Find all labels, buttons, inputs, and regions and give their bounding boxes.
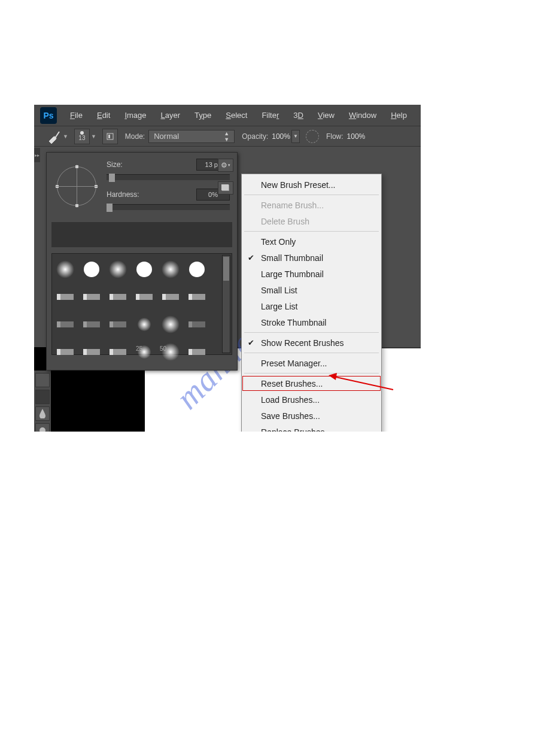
- app-logo: Ps: [40, 107, 57, 124]
- menu-replace-brushes[interactable]: Replace Brushes...: [242, 424, 381, 432]
- menu-separator: [244, 231, 379, 232]
- menu-preset-manager[interactable]: Preset Manager...: [242, 355, 381, 371]
- menu-stroke-thumbnail[interactable]: Stroke Thumbnail: [242, 314, 381, 330]
- brush-swatch[interactable]: [82, 260, 101, 279]
- menu-bar: Ps File Edit Image Layer Type Select Fil…: [34, 105, 421, 126]
- menu-image[interactable]: Image: [117, 111, 153, 120]
- menu-rename-brush: Rename Brush...: [242, 197, 381, 213]
- brush-preset-picker[interactable]: 13: [74, 129, 90, 144]
- tool-slot-1[interactable]: [35, 373, 50, 387]
- brush-swatch[interactable]: [82, 315, 101, 334]
- menu-file[interactable]: File: [63, 111, 90, 120]
- menu-show-recent-brushes[interactable]: ✔Show Recent Brushes: [242, 335, 381, 351]
- menu-separator: [244, 332, 379, 333]
- menu-small-list[interactable]: Small List: [242, 282, 381, 298]
- brush-swatch[interactable]: [82, 287, 101, 306]
- menu-new-brush-preset[interactable]: New Brush Preset...: [242, 177, 381, 193]
- size-label: Size:: [107, 160, 196, 169]
- menu-3d[interactable]: 3D: [286, 111, 311, 120]
- recent-brushes-strip[interactable]: [51, 222, 232, 247]
- tool-side-strip: [34, 371, 51, 432]
- brush-flyout-menu: New Brush Preset... Rename Brush... Dele…: [241, 174, 382, 432]
- hardness-slider[interactable]: [107, 204, 230, 210]
- check-icon: ✔: [248, 338, 254, 347]
- brush-preset-grid: 25 50: [51, 253, 232, 355]
- brush-swatch[interactable]: [108, 342, 127, 362]
- menu-save-brushes[interactable]: Save Brushes...: [242, 408, 381, 424]
- swatch-caption-50: 50: [160, 345, 166, 352]
- size-slider[interactable]: [107, 174, 230, 180]
- brush-swatch[interactable]: [56, 287, 75, 306]
- tool-slot-4[interactable]: [35, 423, 50, 432]
- menu-layer[interactable]: Layer: [154, 111, 188, 120]
- brush-size-num: 13: [78, 135, 85, 141]
- brush-panel-top: Size: 13 px Hardness: 0%: [47, 153, 237, 220]
- mode-label: Mode:: [125, 132, 145, 141]
- menu-load-brushes[interactable]: Load Brushes...: [242, 391, 381, 408]
- menu-edit[interactable]: Edit: [90, 111, 117, 120]
- brush-swatch[interactable]: [161, 287, 180, 306]
- brush-tip-preview[interactable]: [47, 153, 107, 220]
- swatch-caption-25: 25: [136, 345, 142, 352]
- brush-swatch[interactable]: [56, 342, 75, 362]
- tool-slot-3[interactable]: [35, 406, 50, 421]
- opacity-value[interactable]: 100%: [272, 132, 290, 141]
- brush-swatch[interactable]: [161, 260, 180, 279]
- tool-slot-2[interactable]: [35, 390, 50, 404]
- mode-dropdown-arrow: ▲▼: [224, 130, 229, 142]
- brush-swatch[interactable]: [161, 315, 180, 334]
- new-brush-from-preset-button[interactable]: [218, 181, 233, 195]
- flow-value[interactable]: 100%: [347, 132, 366, 141]
- menu-small-thumbnail[interactable]: ✔Small Thumbnail: [242, 250, 381, 266]
- flow-label: Flow:: [326, 132, 344, 141]
- brush-swatch[interactable]: [187, 260, 206, 279]
- menu-separator: [244, 195, 379, 195]
- brush-swatch[interactable]: [56, 260, 75, 279]
- menu-view[interactable]: View: [311, 111, 342, 120]
- brush-swatch[interactable]: [135, 287, 154, 306]
- menu-text-only[interactable]: Text Only: [242, 233, 381, 250]
- screenshot-frame: Ps File Edit Image Layer Type Select Fil…: [34, 105, 421, 432]
- new-preset-icon: [221, 184, 230, 192]
- brush-preset-panel: Size: 13 px Hardness: 0% ⚙▾: [46, 152, 238, 371]
- brush-swatch[interactable]: [82, 342, 101, 362]
- brush-swatch[interactable]: [108, 315, 127, 334]
- brush-swatch[interactable]: [135, 260, 154, 279]
- brush-swatch[interactable]: [187, 287, 206, 306]
- svg-rect-3: [221, 184, 229, 190]
- panel-flyout-handle[interactable]: ▸▸: [34, 148, 40, 162]
- brush-swatch[interactable]: [135, 315, 154, 334]
- opacity-dropdown[interactable]: ▼: [291, 130, 300, 143]
- brush-angle-control[interactable]: [57, 166, 96, 206]
- menu-reset-brushes[interactable]: Reset Brushes...: [242, 375, 381, 391]
- svg-rect-1: [108, 135, 110, 138]
- mode-dropdown[interactable]: Normal ▲▼: [148, 130, 235, 143]
- menu-separator: [244, 373, 379, 374]
- airbrush-toggle[interactable]: [306, 130, 319, 143]
- brush-swatch[interactable]: [187, 342, 206, 362]
- menu-type[interactable]: Type: [187, 111, 218, 120]
- brush-dropdown-icon[interactable]: ▼: [91, 133, 96, 139]
- menu-help[interactable]: Help: [384, 111, 414, 120]
- gear-icon: ⚙: [221, 161, 227, 169]
- tool-dropdown-icon[interactable]: ▼: [63, 133, 68, 139]
- brush-swatch[interactable]: [108, 287, 127, 306]
- mode-value: Normal: [154, 132, 179, 141]
- opacity-label: Opacity:: [242, 132, 268, 141]
- brush-swatch[interactable]: [187, 315, 206, 334]
- brush-panel-toggle[interactable]: [102, 129, 118, 144]
- menu-large-thumbnail[interactable]: Large Thumbnail: [242, 266, 381, 282]
- brush-panel-gear-button[interactable]: ⚙▾: [218, 159, 233, 172]
- hardness-label: Hardness:: [107, 190, 196, 199]
- menu-filter[interactable]: Filter: [254, 111, 286, 120]
- brush-swatch[interactable]: [56, 315, 75, 334]
- menu-window[interactable]: Window: [342, 111, 384, 120]
- menu-separator: [244, 353, 379, 353]
- brush-tool-icon[interactable]: [47, 129, 62, 144]
- options-bar: ▼ 13 ▼ Mode: Normal ▲▼ Opacity: 100% ▼ F…: [34, 126, 421, 147]
- brush-swatch[interactable]: [108, 260, 127, 279]
- menu-select[interactable]: Select: [218, 111, 254, 120]
- menu-delete-brush: Delete Brush: [242, 213, 381, 229]
- menu-large-list[interactable]: Large List: [242, 298, 381, 314]
- grid-scrollbar[interactable]: [222, 255, 230, 353]
